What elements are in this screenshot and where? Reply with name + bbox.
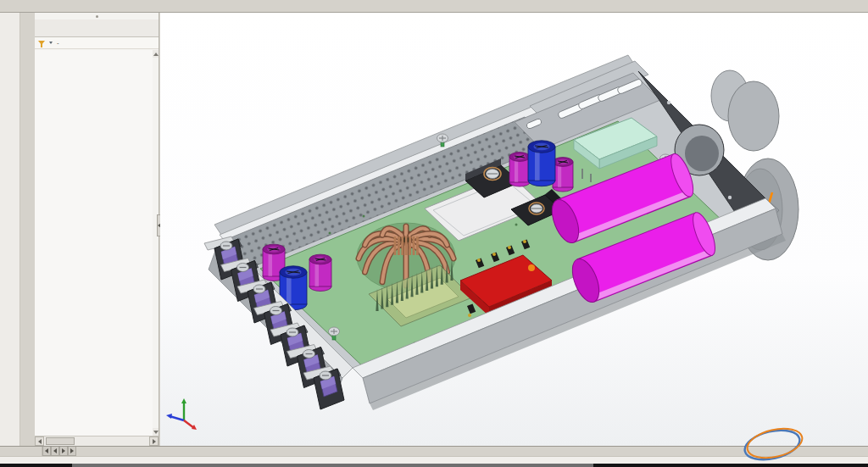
filter-funnel-icon <box>38 41 45 45</box>
feature-tree <box>35 50 153 436</box>
scrollbar-track[interactable] <box>44 436 149 446</box>
terminal-block[interactable] <box>303 366 344 409</box>
scroll-left-button[interactable] <box>35 436 44 446</box>
chevron-down-icon <box>49 42 53 44</box>
assembly-3d-view[interactable] <box>160 13 868 446</box>
scrollbar-thumb[interactable] <box>46 437 75 445</box>
tab-scroll-last[interactable] <box>68 447 76 456</box>
solidworks-window: - <box>0 0 868 467</box>
tab-scroll-first[interactable] <box>42 447 51 456</box>
model-tabs-bar <box>0 446 868 456</box>
tab-scroll-prev[interactable] <box>51 447 59 456</box>
capacitor-b2[interactable] <box>509 153 530 186</box>
tabs-spacer <box>0 447 42 456</box>
capacitor-c1[interactable] <box>309 254 331 291</box>
tree-filter[interactable]: - <box>35 37 159 49</box>
graphics-area[interactable] <box>160 13 868 446</box>
featuremanager-tabs <box>35 19 159 37</box>
tree-horizontal-scrollbar[interactable] <box>35 436 159 446</box>
status-bar <box>0 456 868 464</box>
tree-scroll-up[interactable] <box>153 50 159 58</box>
featuremanager-panel: - <box>35 13 159 446</box>
capacitor-a2[interactable] <box>528 141 555 186</box>
left-toolbar <box>0 13 20 446</box>
tree-scroll-down[interactable] <box>153 428 159 436</box>
orientation-triad <box>164 395 203 432</box>
taskbar-strip <box>0 464 868 467</box>
panel-drag-handle[interactable] <box>35 13 159 19</box>
filter-dash: - <box>57 39 59 47</box>
command-tabs-bar <box>0 0 868 13</box>
capacitor-c2[interactable] <box>553 158 573 192</box>
tab-scroll-next[interactable] <box>59 447 68 456</box>
scroll-right-button[interactable] <box>149 436 159 446</box>
